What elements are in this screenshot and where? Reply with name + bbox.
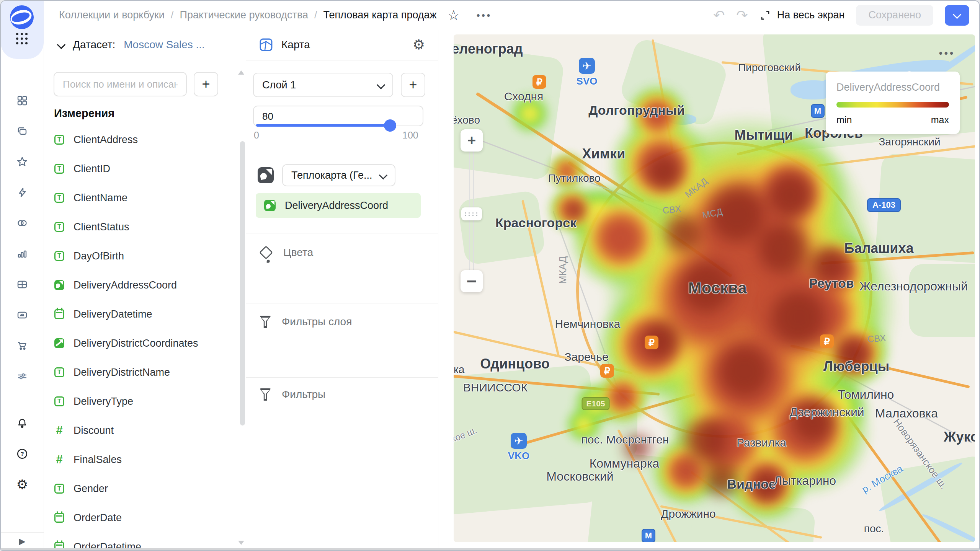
map-canvas[interactable]: ЗеленоградСходняёховоДолгопрудныйПирогов…: [454, 34, 975, 542]
viz-type-select[interactable]: Теплокарта (Ге...: [282, 164, 395, 186]
add-layer-button[interactable]: +: [401, 73, 425, 97]
zoom-slider-handle[interactable]: [461, 207, 482, 220]
colors-section[interactable]: Цвета: [260, 246, 313, 259]
map-area: ЗеленоградСходняёховоДолгопрудныйПирогов…: [438, 29, 979, 550]
legend-min-label: min: [836, 114, 852, 126]
app-window: ? ⚙ ▶ Коллекции и воркбуки / Практически…: [0, 0, 980, 551]
field-row-OrderDate[interactable]: OrderDate: [44, 503, 246, 532]
breadcrumb-collections[interactable]: Коллекции и воркбуки: [59, 9, 165, 21]
opacity-slider[interactable]: 80: [253, 106, 423, 126]
save-dropdown-button[interactable]: [945, 5, 969, 26]
redo-icon[interactable]: ↷: [737, 8, 748, 22]
slider-track[interactable]: [256, 124, 389, 127]
map-label: Дрожжино: [661, 507, 716, 520]
field-row-DeliveryDistrictCoordinates[interactable]: DeliveryDistrictCoordinates: [44, 329, 246, 358]
text-icon: T: [54, 164, 64, 174]
funnel-icon: [260, 316, 271, 328]
favorite-star-icon[interactable]: ☆: [448, 8, 460, 22]
text-icon: T: [54, 193, 64, 203]
breadcrumb-separator: /: [171, 9, 174, 21]
chevron-down-icon: [377, 81, 385, 90]
scrollbar-thumb[interactable]: [240, 141, 245, 425]
sidebar-item-collections[interactable]: [1, 116, 44, 147]
sidebar-item-favorites[interactable]: [1, 147, 44, 177]
sidebar-item-storage[interactable]: [1, 300, 44, 330]
field-row-ClientAddress[interactable]: TClientAddress: [44, 125, 246, 154]
layer-select[interactable]: Слой 1: [253, 73, 393, 97]
sidebar-item-connections[interactable]: [1, 208, 44, 238]
window-bottom-edge: [1, 548, 979, 550]
filters-section[interactable]: Фильтры: [260, 388, 325, 401]
dataset-header[interactable]: Датасет: Moscow Sales ...: [44, 29, 246, 60]
field-row-ClientName[interactable]: TClientName: [44, 183, 246, 212]
field-label: ClientID: [74, 163, 110, 175]
field-row-Discount[interactable]: #Discount: [44, 416, 246, 445]
text-icon: T: [54, 367, 64, 377]
search-input[interactable]: [54, 72, 187, 96]
sidebar-item-charts[interactable]: [1, 238, 44, 269]
field-row-DeliveryAddressCoord[interactable]: DeliveryAddressCoord: [44, 271, 246, 300]
scroll-down-icon[interactable]: [238, 541, 244, 545]
field-row-Gender[interactable]: TGender: [44, 474, 246, 503]
datalens-logo-icon[interactable]: [10, 5, 34, 29]
chevron-down-icon[interactable]: [57, 40, 66, 49]
add-field-button[interactable]: +: [194, 72, 218, 96]
sliders-icon: [17, 371, 28, 381]
sidebar-item-services[interactable]: [1, 361, 44, 391]
fullscreen-button[interactable]: На весь экран: [760, 9, 845, 21]
sidebar-item-help[interactable]: ?: [1, 439, 44, 469]
field-row-DeliveryType[interactable]: TDeliveryType: [44, 387, 246, 416]
apps-grid-icon[interactable]: [16, 33, 28, 44]
map-label: Дзержинский: [789, 405, 864, 419]
chevron-down-icon: [379, 171, 388, 180]
field-row-DayOfBirth[interactable]: TDayOfBirth: [44, 241, 246, 271]
number-icon: #: [54, 455, 64, 465]
scroll-up-icon[interactable]: [238, 70, 244, 75]
undo-icon[interactable]: ↶: [713, 8, 725, 22]
map-settings-gear-icon[interactable]: ⚙: [413, 37, 425, 53]
field-label: ClientName: [74, 192, 127, 204]
connections-icon: [17, 218, 28, 228]
saved-button[interactable]: Сохранено: [856, 5, 933, 26]
date-icon: [54, 309, 64, 319]
dataset-name-link[interactable]: Moscow Sales ...: [124, 39, 205, 51]
text-icon: T: [54, 135, 64, 145]
field-row-DeliveryDatetime[interactable]: DeliveryDatetime: [44, 300, 246, 329]
field-row-FinalSales[interactable]: #FinalSales: [44, 445, 246, 474]
opacity-min-label: 0: [254, 130, 259, 141]
zoom-in-button[interactable]: +: [461, 129, 483, 152]
map-label: Коммунарка: [590, 456, 660, 471]
sidebar-item-tables[interactable]: [1, 269, 44, 300]
lightning-icon: [17, 187, 28, 198]
road-badge: М: [811, 104, 825, 118]
sidebar-item-dashboards[interactable]: [1, 85, 44, 116]
sidebar-item-marketplace[interactable]: [1, 330, 44, 361]
gear-icon: ⚙: [16, 478, 28, 491]
map-more-icon[interactable]: •••: [939, 47, 955, 59]
sidebar-item-settings[interactable]: ⚙: [1, 469, 44, 500]
breadcrumb-guides[interactable]: Практические руководства: [180, 9, 308, 21]
geopoint-field-chip[interactable]: DeliveryAddressCoord: [256, 193, 421, 218]
field-row-ClientID[interactable]: TClientID: [44, 154, 246, 183]
field-row-OrderDatetime[interactable]: OrderDatetime: [44, 532, 246, 548]
road-badge: М: [642, 529, 655, 542]
filters-label: Фильтры: [282, 388, 325, 401]
sidebar-item-functions[interactable]: [1, 177, 44, 208]
opacity-max-label: 100: [402, 130, 418, 141]
slider-knob[interactable]: [384, 119, 396, 132]
sidebar-item-notifications[interactable]: [1, 408, 44, 439]
text-icon: T: [54, 251, 64, 261]
cart-icon: [17, 340, 28, 351]
geolayer-type-icon: [258, 167, 274, 183]
layer-filters-section[interactable]: Фильтры слоя: [260, 316, 352, 328]
help-icon: ?: [16, 448, 28, 460]
field-row-DeliveryDistrictName[interactable]: TDeliveryDistrictName: [44, 358, 246, 387]
field-row-ClientStatus[interactable]: TClientStatus: [44, 212, 246, 241]
star-icon: [16, 156, 28, 168]
more-actions-icon[interactable]: •••: [477, 10, 492, 21]
zoom-out-button[interactable]: −: [461, 270, 483, 292]
left-sidebar: ? ⚙ ▶: [1, 1, 44, 550]
ruble-marker-icon: ₽: [645, 336, 658, 349]
sidebar-nav: [1, 85, 44, 391]
sidebar-expand-button[interactable]: ▶: [1, 532, 44, 550]
